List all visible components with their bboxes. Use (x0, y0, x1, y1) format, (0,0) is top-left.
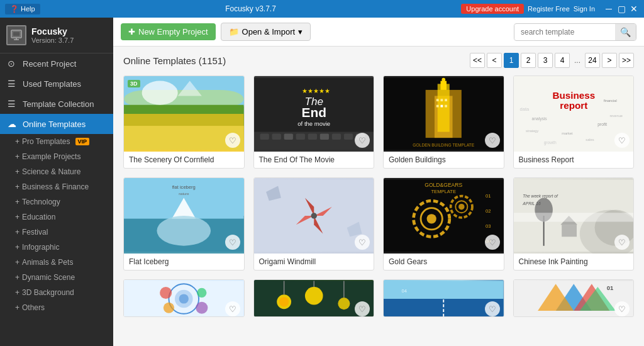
sidebar-sub-science[interactable]: + Science & Nature (0, 164, 113, 179)
heart-button-row3d[interactable]: ♡ (614, 301, 630, 316)
maximize-button[interactable]: ▢ (616, 4, 626, 14)
page-prev-button[interactable]: < (487, 53, 502, 68)
heart-button-buildings[interactable]: ♡ (485, 133, 500, 148)
svg-text:analysis: analysis (531, 116, 547, 121)
help-icon[interactable]: ❓ Help (5, 4, 40, 14)
svg-text:of the movie: of the movie (297, 120, 330, 127)
svg-text:growth: growth (543, 140, 556, 145)
sidebar-sub-business-label: Business & Finance (22, 182, 89, 191)
open-import-button[interactable]: 📁 Open & Import ▾ (221, 23, 311, 41)
svg-rect-23 (343, 133, 352, 140)
template-card-cornfield[interactable]: 3D ♡ The Scenery Of Cornfield (123, 75, 245, 169)
svg-point-98 (279, 297, 289, 306)
sub-plus-dynamic: + (15, 273, 19, 282)
heart-button-movie[interactable]: ♡ (355, 133, 370, 148)
svg-text:nature: nature (179, 192, 189, 196)
sidebar-item-online[interactable]: ☁ Online Templates (0, 114, 113, 134)
heart-button-ink[interactable]: ♡ (614, 235, 630, 250)
heart-button-iceberg[interactable]: ♡ (225, 235, 240, 250)
sub-plus-animals: + (15, 258, 19, 267)
sidebar-sub-dynamic[interactable]: + Dynamic Scene (0, 270, 113, 285)
upgrade-button[interactable]: Upgrade account (461, 4, 524, 14)
template-card-row3b[interactable]: ♡ (253, 279, 375, 317)
new-project-icon: ✚ (128, 27, 135, 36)
sidebar-sub-festival[interactable]: + Festival (0, 225, 113, 240)
template-card-ink[interactable]: The week report of APRIL 16 ♡ Chinese In… (513, 177, 635, 271)
svg-point-31 (441, 78, 445, 82)
svg-text:End: End (301, 105, 326, 120)
heart-button-bizreport[interactable]: ♡ (614, 133, 630, 148)
template-card-buildings[interactable]: GOLDEN BUILDING TEMPLATE ♡ Golden Buildi… (383, 75, 504, 169)
sidebar-sub-infographic[interactable]: + Infographic (0, 240, 113, 255)
gallery-title: Online Templates (1151) (123, 55, 226, 66)
sidebar-sub-science-label: Science & Nature (22, 167, 80, 176)
new-project-button[interactable]: ✚ New Empty Project (121, 23, 216, 40)
page-24-button[interactable]: 24 (585, 53, 600, 68)
heart-button-row3b[interactable]: ♡ (355, 301, 370, 316)
template-name-iceberg: Flat Iceberg (124, 254, 244, 270)
template-card-row3a[interactable]: ♡ (123, 279, 245, 317)
svg-text:TEMPLATE: TEMPLATE (431, 189, 456, 194)
template-card-iceberg[interactable]: flat iceberg nature ♡ Flat Iceberg (123, 177, 245, 271)
logo-name: Focusky (31, 26, 74, 36)
svg-rect-37 (445, 105, 447, 108)
template-card-movie[interactable]: The End of the movie (253, 75, 375, 169)
register-button[interactable]: Register Free (528, 5, 570, 13)
minimize-button[interactable]: ─ (604, 4, 614, 14)
template-card-row3c[interactable]: 04 ♡ (383, 279, 504, 317)
sub-plus-3d: + (15, 288, 19, 297)
close-button[interactable]: ✕ (629, 4, 639, 14)
sidebar-sub-festival-label: Festival (22, 228, 48, 237)
recent-icon: ⊙ (8, 59, 18, 69)
heart-button-cornfield[interactable]: ♡ (225, 133, 240, 148)
heart-button-row3c[interactable]: ♡ (485, 301, 500, 316)
template-thumb-iceberg: flat iceberg nature ♡ (124, 178, 244, 254)
search-button[interactable]: 🔍 (615, 24, 636, 40)
heart-button-origami[interactable]: ♡ (355, 235, 370, 250)
signin-button[interactable]: Sign In (574, 5, 595, 13)
sidebar-item-collection[interactable]: ☰ Template Collection (0, 94, 113, 114)
sidebar-sub-3d[interactable]: + 3D Background (0, 285, 113, 300)
sidebar-sub-business[interactable]: + Business & Finance (0, 179, 113, 194)
sidebar-item-recent[interactable]: ⊙ Recent Project (0, 53, 113, 74)
sub-plus-technology: + (15, 198, 19, 206)
svg-text:data: data (519, 106, 530, 112)
sidebar-sub-technology[interactable]: + Technology (0, 194, 113, 209)
template-card-bizreport[interactable]: Business report analysis financial strat… (513, 75, 635, 169)
sub-plus-festival: + (15, 228, 19, 237)
heart-button-row3a[interactable]: ♡ (225, 301, 240, 316)
template-card-gears[interactable]: GOLD&GEARS TEMPLATE 01 02 03 04 ♡ Gold G… (383, 177, 504, 271)
sidebar-sub-pro[interactable]: + Pro Templates VIP (0, 134, 113, 149)
page-2-button[interactable]: 2 (521, 53, 536, 68)
template-card-row3d[interactable]: 01 ♡ (513, 279, 635, 317)
svg-point-102 (338, 298, 350, 310)
svg-text:profit: profit (597, 122, 607, 127)
page-3-button[interactable]: 3 (538, 53, 553, 68)
svg-point-100 (304, 287, 323, 305)
page-1-button[interactable]: 1 (504, 53, 519, 68)
heart-button-gears[interactable]: ♡ (485, 235, 500, 250)
sidebar-sub-technology-label: Technology (22, 198, 60, 206)
page-next-button[interactable]: > (602, 53, 617, 68)
sidebar: Focusky Version: 3.7.7 ⊙ Recent Project … (0, 18, 113, 346)
sidebar-item-used[interactable]: ☰ Used Templates (0, 74, 113, 94)
svg-rect-33 (440, 99, 443, 101)
sidebar-item-collection-label: Template Collection (23, 99, 94, 109)
sidebar-sub-animals[interactable]: + Animals & Pets (0, 255, 113, 270)
sidebar-item-used-label: Used Templates (23, 79, 81, 89)
search-input[interactable] (514, 25, 615, 40)
svg-point-71 (458, 204, 465, 210)
sidebar-sub-infographic-label: Infographic (22, 243, 59, 252)
page-last-button[interactable]: >> (619, 53, 634, 68)
template-name-buildings: Golden Buildings (384, 152, 504, 168)
sidebar-sub-example[interactable]: + Example Projects (0, 149, 113, 164)
toolbar: ✚ New Empty Project 📁 Open & Import ▾ 🔍 (113, 18, 644, 47)
template-thumb-cornfield: 3D ♡ (124, 76, 244, 152)
template-card-origami[interactable]: ♡ Origami Windmill (253, 177, 375, 271)
template-name-gears: Gold Gears (384, 254, 504, 270)
sidebar-sub-education[interactable]: + Education (0, 209, 113, 225)
page-first-button[interactable]: << (470, 53, 485, 68)
sidebar-sub-others-label: Others (22, 303, 45, 312)
page-4-button[interactable]: 4 (555, 53, 570, 68)
sidebar-sub-others[interactable]: + Others (0, 300, 113, 315)
